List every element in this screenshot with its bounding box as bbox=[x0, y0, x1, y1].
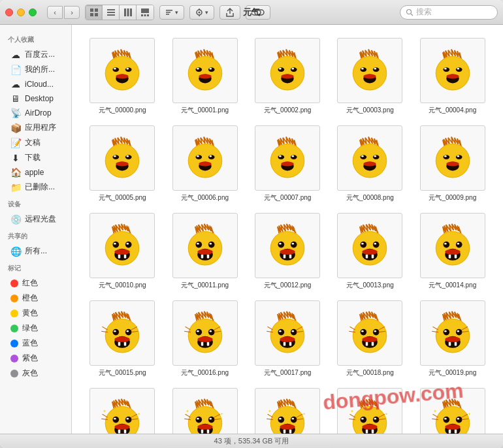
emoji-preview bbox=[99, 222, 146, 269]
list-item[interactable]: ✦ ✦ · 元气_00022.png bbox=[248, 385, 327, 434]
emoji-preview bbox=[346, 310, 393, 357]
svg-rect-0 bbox=[90, 8, 93, 12]
svg-point-64 bbox=[446, 74, 459, 79]
file-name-label: 元气_00006.png bbox=[181, 193, 229, 202]
svg-point-32 bbox=[116, 74, 128, 79]
sidebar-item-yellow[interactable]: 黄色 bbox=[3, 306, 69, 321]
sidebar-item-all[interactable]: 🌐 所有... bbox=[3, 244, 69, 259]
file-name-label: 元气_00019.png bbox=[429, 368, 476, 377]
svg-point-70 bbox=[127, 155, 129, 157]
svg-point-256 bbox=[197, 424, 213, 430]
svg-point-23 bbox=[407, 9, 412, 14]
svg-point-25 bbox=[105, 56, 140, 91]
list-item[interactable]: 元气_00006.png bbox=[165, 123, 244, 205]
sidebar-item-green[interactable]: 绿色 bbox=[3, 321, 69, 336]
list-item[interactable]: 元气_00011.png bbox=[165, 210, 244, 293]
sidebar-item-docs[interactable]: 📝 文稿 bbox=[3, 135, 69, 150]
share-button[interactable] bbox=[219, 5, 240, 20]
list-item[interactable]: 元气_00016.png bbox=[165, 298, 244, 380]
sidebar-item-purple[interactable]: 紫色 bbox=[3, 351, 69, 366]
search-box[interactable]: 搜索 bbox=[400, 5, 498, 20]
list-item[interactable]: 元气_00002.png bbox=[248, 35, 327, 118]
file-thumbnail bbox=[420, 213, 485, 278]
svg-point-216 bbox=[457, 330, 459, 332]
svg-rect-308 bbox=[449, 430, 451, 434]
sidebar-label-baidu: 百度云... bbox=[25, 49, 55, 60]
svg-point-33 bbox=[187, 56, 222, 91]
view-gallery-btn[interactable] bbox=[137, 5, 154, 20]
sidebar-item-downloads[interactable]: ⬇ 下载 bbox=[3, 150, 69, 165]
list-item[interactable]: 元气_00010.png bbox=[82, 210, 162, 293]
action-dropdown[interactable]: ▾ bbox=[189, 5, 214, 20]
sidebar-label-trash: 已删除... bbox=[25, 182, 55, 193]
list-item[interactable]: ✦ ✦ · 元气_00020.png bbox=[82, 385, 162, 434]
svg-point-45 bbox=[279, 68, 281, 70]
svg-point-80 bbox=[199, 162, 211, 167]
sidebar-item-gray[interactable]: 灰色 bbox=[3, 366, 69, 381]
list-item[interactable]: ✦ ✦ · 元气_00023.png bbox=[330, 385, 410, 434]
green-tag-dot bbox=[10, 325, 18, 332]
sidebar-item-blue[interactable]: 蓝色 bbox=[3, 336, 69, 351]
svg-point-83 bbox=[278, 155, 284, 159]
list-item[interactable]: 元气_00014.png bbox=[413, 210, 493, 293]
list-item[interactable]: 元气_00015.png bbox=[82, 298, 162, 380]
sidebar-item-desktop[interactable]: 🖥 Desktop bbox=[3, 91, 69, 106]
list-item[interactable]: 元气_00009.png bbox=[413, 123, 493, 205]
emoji-preview bbox=[346, 222, 393, 269]
file-name-label: 元气_00002.png bbox=[264, 106, 312, 115]
svg-point-35 bbox=[195, 67, 202, 72]
back-button[interactable]: ‹ bbox=[47, 6, 63, 19]
sidebar-item-remote[interactable]: 💿 远程光盘 bbox=[3, 212, 69, 227]
list-item[interactable]: 元气_00012.png bbox=[248, 210, 327, 293]
list-item[interactable]: 元气_00001.png bbox=[165, 35, 244, 118]
list-item[interactable]: 元气_00005.png bbox=[82, 123, 162, 205]
list-item[interactable]: 元气_00003.png bbox=[330, 35, 410, 118]
list-item[interactable]: 元气_00008.png bbox=[330, 123, 410, 205]
svg-point-284 bbox=[374, 418, 376, 420]
forward-button[interactable]: › bbox=[64, 6, 80, 19]
sidebar-item-myfiles[interactable]: 📄 我的所... bbox=[3, 62, 69, 77]
svg-point-265 bbox=[291, 417, 297, 423]
sidebar-item-orange[interactable]: 橙色 bbox=[3, 291, 69, 306]
list-item[interactable]: ✦ ✦ · 元气_00021.png bbox=[165, 385, 244, 434]
file-thumbnail bbox=[420, 38, 485, 103]
svg-rect-144 bbox=[372, 255, 374, 259]
svg-point-140 bbox=[374, 243, 376, 245]
minimize-button[interactable] bbox=[17, 8, 25, 16]
view-icon-btn[interactable] bbox=[86, 5, 103, 20]
list-item[interactable]: 元气_00000.png bbox=[82, 35, 162, 118]
sidebar-item-trash[interactable]: 📁 已删除... bbox=[3, 180, 69, 195]
svg-rect-1 bbox=[95, 8, 98, 12]
statusbar: 43 项，535.34 GB 可用 bbox=[0, 434, 503, 448]
svg-point-75 bbox=[195, 155, 202, 159]
sidebar-item-apple[interactable]: 🏠 apple bbox=[3, 165, 69, 180]
list-item[interactable]: 元气_00017.png bbox=[248, 298, 327, 380]
svg-point-152 bbox=[445, 249, 461, 255]
sidebar-item-apps[interactable]: 📦 应用程序 bbox=[3, 120, 69, 135]
svg-point-157 bbox=[113, 329, 120, 336]
svg-text:✦: ✦ bbox=[302, 412, 306, 416]
svg-point-62 bbox=[457, 68, 459, 70]
list-item[interactable]: 元气_00013.png bbox=[330, 210, 410, 293]
list-item[interactable]: 元气_00018.png bbox=[330, 298, 410, 380]
sidebar-label-remote: 远程光盘 bbox=[25, 214, 56, 225]
view-list-btn[interactable] bbox=[103, 5, 120, 20]
close-button[interactable] bbox=[5, 8, 13, 16]
sidebar-item-icloud[interactable]: ☁ iCloud... bbox=[3, 77, 69, 91]
sidebar-item-airdrop[interactable]: 📡 AirDrop bbox=[3, 106, 69, 120]
list-item[interactable]: 元气_00007.png bbox=[248, 123, 327, 205]
maximize-button[interactable] bbox=[29, 8, 37, 16]
svg-rect-240 bbox=[118, 430, 120, 434]
sidebar-section-devices: 设备 bbox=[0, 195, 71, 212]
list-item[interactable]: 元气_00019.png bbox=[413, 298, 493, 380]
svg-point-18 bbox=[199, 11, 201, 13]
sidebar-item-red[interactable]: 红色 bbox=[3, 276, 69, 291]
sort-dropdown[interactable]: ▾ bbox=[159, 5, 184, 20]
sidebar-item-baidu[interactable]: ☁ 百度云... bbox=[3, 47, 69, 62]
list-item[interactable]: 元气_00004.png bbox=[413, 35, 493, 118]
view-columns-btn[interactable] bbox=[120, 5, 137, 20]
list-item[interactable]: ✦ ✦ · 元气_00024.png bbox=[413, 385, 493, 434]
cloud-icon: ☁ bbox=[10, 50, 21, 60]
main-area: 个人收藏 ☁ 百度云... 📄 我的所... ☁ iCloud... 🖥 Des… bbox=[0, 25, 503, 434]
svg-point-150 bbox=[457, 243, 459, 245]
